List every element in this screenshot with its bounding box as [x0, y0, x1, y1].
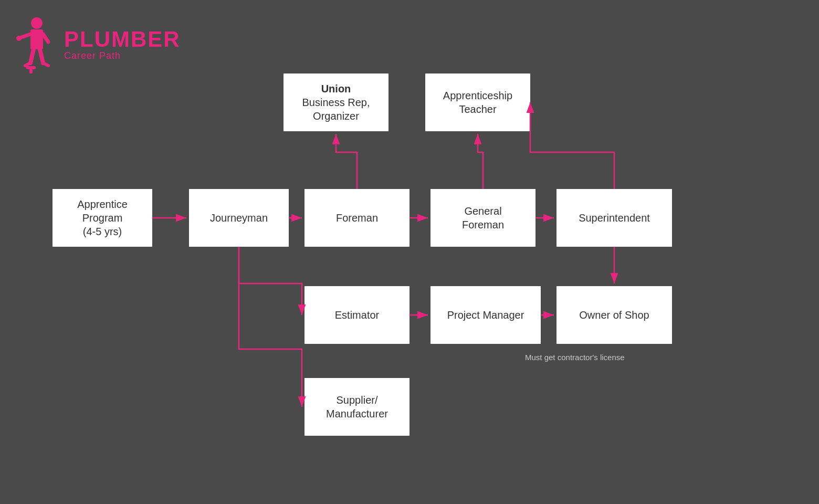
svg-line-8 — [43, 63, 48, 66]
svg-line-4 — [43, 34, 48, 42]
apprenticeship-teacher-text: ApprenticeshipTeacher — [443, 89, 512, 116]
svg-line-2 — [20, 34, 30, 38]
plumber-icon — [16, 16, 58, 74]
header: PLUMBER Career Path — [16, 16, 181, 74]
general-foreman-text: GeneralForeman — [462, 204, 504, 232]
svg-point-0 — [31, 17, 43, 29]
superintendent-text: Superintendent — [579, 211, 650, 225]
title-plumber: PLUMBER — [64, 28, 181, 50]
journeyman-text: Journeyman — [210, 211, 268, 225]
title-block: PLUMBER Career Path — [64, 28, 181, 61]
contractor-license-note: Must get contractor's license — [525, 353, 625, 362]
apprenticeship-teacher-box: ApprenticeshipTeacher — [425, 74, 530, 131]
supplier-text: Supplier/Manufacturer — [326, 393, 388, 421]
project-manager-text: Project Manager — [447, 308, 524, 322]
svg-point-3 — [16, 36, 22, 41]
title-career: Career Path — [64, 50, 181, 61]
general-foreman-box: GeneralForeman — [430, 189, 536, 247]
foreman-text: Foreman — [336, 211, 378, 225]
union-text: UnionBusiness Rep,Organizer — [302, 82, 370, 123]
apprentice-text: ApprenticeProgram(4-5 yrs) — [77, 197, 128, 238]
owner-of-shop-box: Owner of Shop — [556, 286, 672, 344]
connector-svg — [0, 0, 819, 504]
supplier-box: Supplier/Manufacturer — [304, 378, 410, 436]
apprentice-box: ApprenticeProgram(4-5 yrs) — [52, 189, 152, 247]
union-box: UnionBusiness Rep,Organizer — [284, 74, 388, 131]
owner-of-shop-text: Owner of Shop — [579, 308, 649, 322]
journeyman-box: Journeyman — [189, 189, 289, 247]
svg-line-6 — [40, 49, 43, 63]
foreman-box: Foreman — [304, 189, 410, 247]
estimator-text: Estimator — [335, 308, 379, 322]
svg-line-7 — [25, 63, 30, 66]
svg-rect-1 — [30, 29, 43, 49]
svg-line-5 — [30, 49, 34, 63]
estimator-box: Estimator — [304, 286, 410, 344]
svg-rect-10 — [29, 69, 33, 74]
svg-rect-9 — [26, 66, 36, 69]
superintendent-box: Superintendent — [556, 189, 672, 247]
project-manager-box: Project Manager — [430, 286, 541, 344]
